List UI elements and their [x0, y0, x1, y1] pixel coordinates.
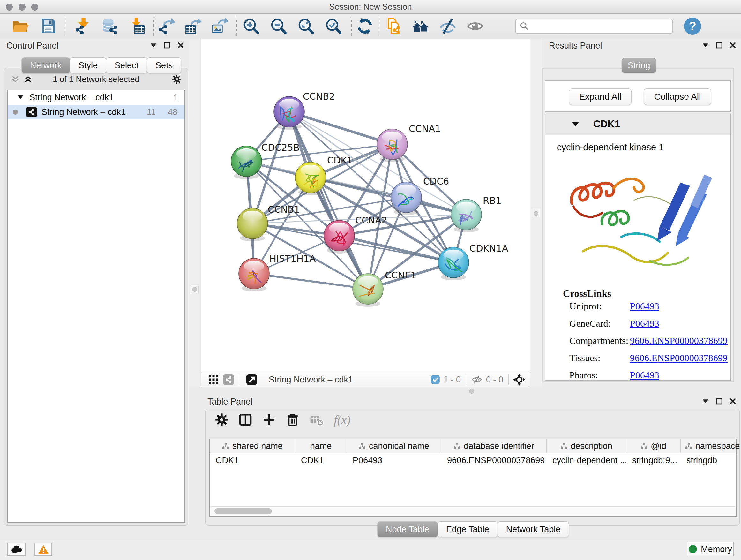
column-header-canonical-name[interactable]: canonical name — [347, 439, 441, 453]
window-close-button[interactable] — [6, 3, 13, 10]
import-network-from-database-button[interactable] — [100, 17, 119, 36]
node-section-header[interactable]: CDK1 — [545, 114, 731, 135]
network-node-CDC6[interactable] — [391, 182, 421, 215]
float-panel-icon[interactable] — [164, 42, 171, 49]
table-cell[interactable]: stringdb — [681, 453, 741, 468]
right-splitter-handle[interactable] — [532, 209, 540, 217]
warnings-button[interactable] — [35, 543, 52, 556]
section-collapse-icon[interactable] — [571, 122, 579, 127]
column-header-name[interactable]: name — [295, 439, 347, 453]
tab-sets[interactable]: Sets — [147, 57, 181, 73]
tab-style[interactable]: Style — [70, 57, 106, 73]
table-cell[interactable]: P06493 — [347, 453, 441, 468]
birdseye-grid-icon[interactable] — [208, 374, 219, 385]
table-cell[interactable]: CDK1 — [295, 453, 347, 468]
search-box[interactable] — [515, 18, 673, 34]
refresh-view-button[interactable] — [355, 17, 374, 36]
tree-expand-icon[interactable] — [17, 95, 23, 100]
network-node-CDC25B[interactable] — [231, 146, 262, 179]
tab-network[interactable]: Network — [21, 57, 70, 73]
column-header-namespace[interactable]: namespace — [681, 439, 741, 453]
tab-network-table[interactable]: Network Table — [497, 521, 569, 537]
delete-column-icon[interactable] — [286, 413, 299, 427]
tab-select[interactable]: Select — [106, 57, 147, 73]
horizontal-splitter[interactable] — [201, 387, 741, 395]
crosslink-link[interactable]: 9606.ENSP00000378699 — [630, 353, 728, 363]
show-hidden-button[interactable] — [466, 17, 484, 36]
network-node-CDKN1A[interactable] — [438, 247, 469, 280]
right-splitter[interactable] — [530, 39, 542, 387]
table-cell[interactable]: stringdb:9... — [626, 453, 681, 468]
collapse-panel-icon[interactable] — [702, 399, 709, 403]
show-columns-icon[interactable] — [239, 413, 252, 427]
selected-checkbox-icon[interactable] — [431, 375, 440, 384]
network-node-CCNE1[interactable] — [353, 273, 383, 307]
open-session-button[interactable] — [11, 17, 29, 36]
close-panel-icon[interactable] — [730, 398, 736, 405]
zoom-selected-button[interactable] — [324, 17, 343, 36]
delete-table-icon[interactable] — [310, 413, 324, 427]
zoom-fit-button[interactable] — [297, 17, 315, 36]
network-row[interactable]: String Network – cdk1 11 48 — [8, 105, 185, 119]
table-horizontal-scrollbar[interactable] — [211, 506, 736, 515]
float-panel-icon[interactable] — [716, 398, 723, 405]
column-header-database-identifier[interactable]: database identifier — [441, 439, 547, 453]
window-minimize-button[interactable] — [18, 3, 25, 10]
network-node-CCNA1[interactable] — [377, 129, 408, 162]
left-splitter-handle[interactable] — [191, 285, 199, 294]
network-edge[interactable] — [289, 112, 392, 144]
table-row[interactable]: CDK1CDK1P064939606.ENSP00000378699cyclin… — [210, 453, 736, 468]
memory-button[interactable]: Memory — [687, 542, 734, 557]
collapse-panel-icon[interactable] — [150, 43, 157, 48]
tab-string[interactable]: String — [622, 58, 656, 73]
network-node-RB1[interactable] — [451, 199, 482, 233]
table-cell[interactable]: CDK1 — [210, 453, 295, 468]
export-table-button[interactable] — [184, 17, 202, 36]
tab-edge-table[interactable]: Edge Table — [437, 521, 498, 537]
search-input[interactable] — [529, 20, 672, 33]
network-node-CCNB1[interactable] — [237, 208, 268, 241]
crosslink-link[interactable]: 9606.ENSP00000378699 — [630, 335, 728, 346]
network-collection-row[interactable]: String Network – cdk1 1 — [8, 90, 185, 105]
expand-all-button[interactable]: Expand All — [569, 88, 631, 105]
collapse-all-button[interactable]: Collapse All — [644, 88, 711, 105]
crosslink-link[interactable]: P06493 — [630, 301, 659, 311]
zoom-in-button[interactable] — [242, 17, 260, 36]
open-in-new-window-icon[interactable] — [246, 374, 257, 385]
function-builder-button[interactable]: f(x) — [334, 413, 351, 427]
import-table-button[interactable] — [127, 17, 145, 36]
window-zoom-button[interactable] — [31, 3, 38, 10]
float-panel-icon[interactable] — [716, 42, 723, 49]
network-overview-icon[interactable] — [223, 374, 234, 385]
options-gear-icon[interactable] — [172, 74, 182, 84]
column-header--id[interactable]: @id — [626, 439, 681, 453]
tab-node-table[interactable]: Node Table — [377, 521, 438, 537]
table-cell[interactable]: cyclin-dependent ... — [547, 453, 626, 468]
close-panel-icon[interactable] — [178, 42, 184, 49]
table-options-gear-icon[interactable] — [215, 413, 228, 427]
hide-selected-button[interactable] — [439, 17, 457, 36]
save-session-button[interactable] — [39, 17, 57, 36]
crosslink-link[interactable]: P06493 — [630, 370, 659, 380]
cloud-status-button[interactable] — [7, 543, 25, 556]
zoom-out-button[interactable] — [269, 17, 288, 36]
network-edge[interactable] — [254, 273, 368, 289]
table-cell[interactable]: 9606.ENSP00000378699 — [441, 453, 547, 468]
show-all-networks-button[interactable] — [412, 17, 430, 36]
network-node-HIST1H1A[interactable] — [239, 258, 269, 292]
export-image-button[interactable] — [211, 17, 229, 36]
close-panel-icon[interactable] — [730, 42, 736, 49]
scrollbar-thumb[interactable] — [214, 508, 272, 514]
help-button[interactable]: ? — [684, 17, 701, 35]
crosslink-link[interactable]: P06493 — [630, 318, 659, 328]
add-column-icon[interactable] — [262, 413, 276, 427]
copy-style-button[interactable] — [384, 17, 403, 36]
column-header-description[interactable]: description — [547, 439, 626, 453]
export-network-button[interactable] — [157, 17, 176, 36]
left-splitter[interactable] — [189, 39, 201, 387]
column-header-shared-name[interactable]: shared name — [210, 439, 295, 453]
network-view[interactable]: CCNB2CCNA1CDC25BCDK1CDC6RB1CCNB1CCNA2CDK… — [201, 39, 530, 372]
collapse-panel-icon[interactable] — [702, 43, 709, 48]
import-network-button[interactable] — [73, 17, 92, 36]
fit-content-crosshair-icon[interactable] — [513, 374, 525, 386]
